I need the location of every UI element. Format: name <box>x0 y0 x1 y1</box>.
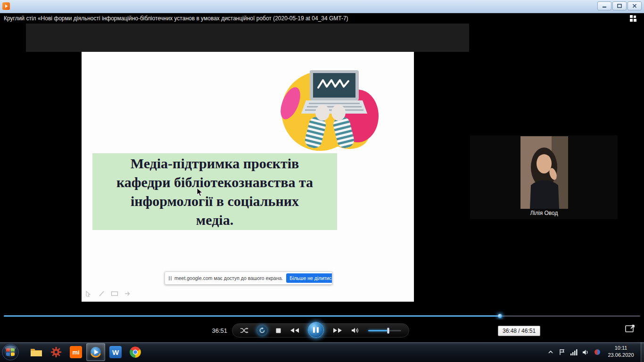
media-player-icon <box>90 346 102 358</box>
mi-taskbar-button[interactable]: mi <box>66 343 85 361</box>
stop-button[interactable] <box>276 328 281 333</box>
slide-title-line: Медіа-підтримка проєктів <box>92 154 337 173</box>
elapsed-time: 36:51 <box>198 327 227 334</box>
network-button[interactable] <box>570 349 578 355</box>
video-title: Круглий стіл «Нові форми діяльності інфо… <box>4 13 348 24</box>
pause-button[interactable] <box>308 322 324 338</box>
stop-sharing-button[interactable]: Більше не ділитися <box>286 273 332 283</box>
tray-app-button[interactable] <box>594 349 601 355</box>
start-button[interactable] <box>2 344 19 361</box>
volume-handle[interactable] <box>387 328 389 334</box>
fullscreen-button[interactable] <box>625 324 636 335</box>
slide-title-box: Медіа-підтримка проєктів кафедри бібліот… <box>92 153 337 230</box>
transport-controls <box>232 323 409 337</box>
chrome-icon <box>129 346 141 358</box>
presenter-toolbar <box>85 290 131 297</box>
chrome-taskbar-button[interactable] <box>126 343 145 361</box>
pointer-arrow-icon[interactable] <box>85 290 92 297</box>
switch-to-library-icon[interactable] <box>630 15 637 22</box>
participant-name: Лілія Овод <box>505 210 583 216</box>
pause-sharing-icon[interactable] <box>169 276 172 280</box>
video-title-strip: Круглий стіл «Нові форми діяльності інфо… <box>0 13 644 24</box>
fast-forward-button[interactable] <box>333 328 342 333</box>
repeat-button[interactable] <box>257 326 267 335</box>
gear-icon <box>50 346 62 358</box>
wps-writer-icon: W <box>109 346 122 358</box>
maximize-button[interactable] <box>612 1 627 10</box>
media-player-taskbar-button[interactable] <box>86 343 105 361</box>
wps-taskbar-button[interactable]: W <box>106 343 125 361</box>
window-titlebar <box>0 0 644 13</box>
tray-app-icon <box>594 349 601 355</box>
webcam-tile: Лілія Овод <box>470 135 618 219</box>
taskbar-clock[interactable]: 10:11 23.06.2020 <box>603 345 638 359</box>
slide-title-line: кафедри бібліотекознавства та <box>92 173 337 192</box>
flag-icon <box>559 349 565 355</box>
slide-title-line: інформології в соціальних <box>92 192 337 211</box>
volume-slider[interactable] <box>368 328 401 334</box>
presentation-slide: Медіа-підтримка проєктів кафедри бібліот… <box>82 52 414 302</box>
meet-sharing-message: meet.google.com має доступ до вашого екр… <box>174 275 283 281</box>
seek-bar[interactable] <box>0 312 644 320</box>
rewind-button[interactable] <box>290 328 299 333</box>
mouse-cursor <box>197 188 203 197</box>
seek-progress <box>4 315 500 317</box>
participant-video <box>520 136 568 209</box>
show-desktop-button[interactable] <box>641 342 644 362</box>
close-button[interactable] <box>627 1 642 10</box>
seek-position-tooltip: 36:48 / 46:51 <box>498 326 540 336</box>
action-center-button[interactable] <box>559 349 565 355</box>
taskbar: mi W <box>0 342 644 362</box>
desktop: Круглий стіл «Нові форми діяльності інфо… <box>0 0 644 362</box>
clock-time: 10:11 <box>603 345 638 352</box>
meet-sharing-bar: meet.google.com має доступ до вашого екр… <box>165 272 332 285</box>
video-playback-area: Медіа-підтримка проєктів кафедри бібліот… <box>0 24 644 311</box>
media-player-app-icon <box>2 2 10 10</box>
mute-button[interactable] <box>351 327 359 334</box>
mi-icon: mi <box>70 346 82 358</box>
volume-tray-button[interactable] <box>582 349 589 355</box>
pause-icon <box>313 327 319 333</box>
taskbar-app-buttons: mi W <box>26 342 145 362</box>
shuffle-button[interactable] <box>240 327 248 334</box>
pen-icon[interactable] <box>98 290 105 297</box>
minimize-button[interactable] <box>597 1 611 10</box>
chevron-up-icon <box>547 350 554 354</box>
slide-title-line: медіа. <box>92 211 337 230</box>
hidden-icons-button[interactable] <box>547 350 554 354</box>
seek-track[interactable] <box>4 315 640 317</box>
network-bars-icon <box>570 349 578 355</box>
clock-date: 23.06.2020 <box>603 352 638 359</box>
screen-icon[interactable] <box>111 290 118 297</box>
window-controls <box>596 1 642 10</box>
system-tray <box>547 342 601 362</box>
volume-fill <box>368 330 388 331</box>
settings-taskbar-button[interactable] <box>47 343 66 361</box>
laptop-typing-illustration <box>279 68 380 155</box>
screen-share-background <box>26 24 469 52</box>
player-control-bar: 36:51 <box>0 320 644 342</box>
next-slide-arrow-icon[interactable] <box>124 290 131 297</box>
explorer-taskbar-button[interactable] <box>27 343 46 361</box>
seek-thumb[interactable] <box>498 314 502 318</box>
speaker-icon <box>582 349 589 355</box>
volume-track[interactable] <box>368 330 401 331</box>
folder-icon <box>30 347 42 357</box>
